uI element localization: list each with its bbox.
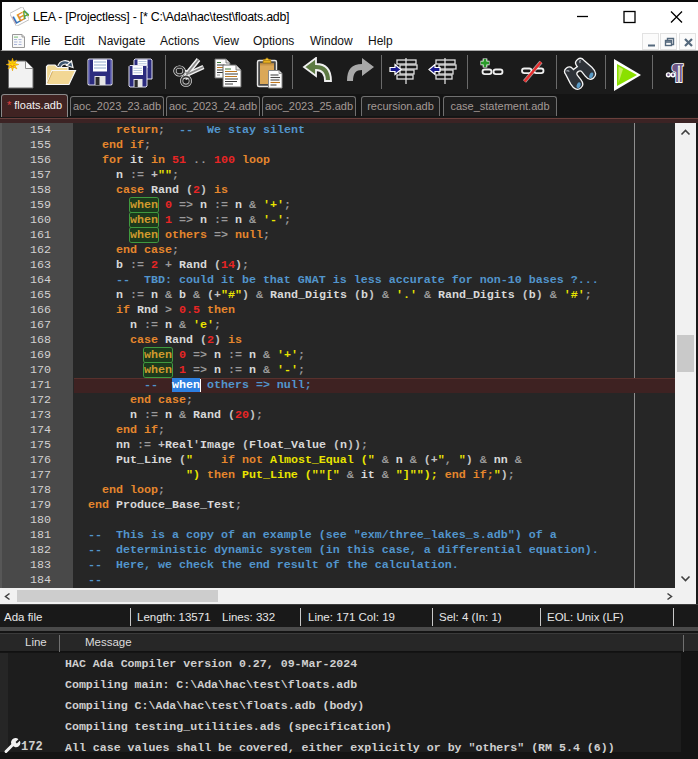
svg-text:¶: ¶ — [672, 59, 684, 84]
